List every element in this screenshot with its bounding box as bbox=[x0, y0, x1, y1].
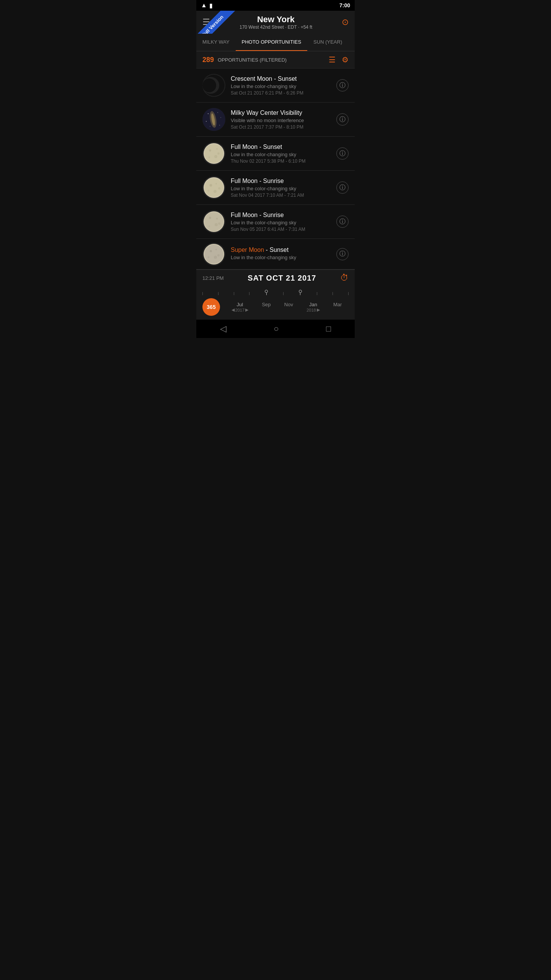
svg-point-9 bbox=[206, 121, 207, 122]
month-label: Nov bbox=[284, 302, 293, 307]
opportunity-title: Full Moon - Sunset bbox=[231, 144, 336, 150]
opportunity-subtitle: Low in the color-changing sky bbox=[231, 83, 336, 89]
thumbnail-full-moon-3 bbox=[202, 210, 225, 233]
tab-photo-opportunities[interactable]: PHOTO OPPORTUNITIES bbox=[236, 34, 308, 51]
info-button[interactable]: ⓘ bbox=[336, 181, 349, 194]
svg-point-24 bbox=[208, 190, 210, 192]
tick bbox=[348, 292, 349, 295]
recents-button[interactable]: □ bbox=[326, 324, 331, 334]
battery-icon: ▮ bbox=[209, 2, 213, 9]
opportunity-title: Super Moon - Sunset bbox=[231, 247, 336, 253]
opportunity-info: Super Moon - Sunset Low in the color-cha… bbox=[231, 247, 336, 261]
settings-button[interactable]: ⚙ bbox=[342, 55, 349, 64]
svg-point-28 bbox=[209, 217, 211, 219]
svg-point-39 bbox=[217, 254, 220, 256]
svg-point-13 bbox=[204, 144, 223, 163]
filter-bar: 289 OPPORTUNITIES (FILTERED) ☰ ⚙ bbox=[196, 51, 355, 69]
timeline-month-mar[interactable]: Mar bbox=[333, 302, 342, 307]
list-item[interactable]: Crescent Moon - Sunset Low in the color-… bbox=[196, 69, 355, 103]
bottom-bar: 12:21 PM SAT OCT 21 2017 ⏱ bbox=[196, 270, 355, 286]
arrow-right: ▶ bbox=[245, 307, 248, 312]
svg-point-14 bbox=[209, 149, 211, 152]
svg-point-8 bbox=[220, 117, 221, 118]
filter-count: 289 bbox=[202, 56, 214, 64]
bottom-date: SAT OCT 21 2017 bbox=[248, 274, 316, 283]
list-item[interactable]: Milky Way Center Visibility Visible with… bbox=[196, 103, 355, 137]
clock-icon[interactable]: ⏱ bbox=[340, 273, 349, 283]
timeline-month-nov[interactable]: Nov bbox=[284, 302, 293, 307]
opportunity-info: Full Moon - Sunset Low in the color-chan… bbox=[231, 144, 336, 164]
tick bbox=[249, 292, 249, 295]
opportunity-subtitle: Low in the color-changing sky bbox=[231, 152, 336, 157]
list-item[interactable]: Super Moon - Sunset Low in the color-cha… bbox=[196, 239, 355, 270]
opportunity-time: Sat Oct 21 2017 6:21 PM - 6:26 PM bbox=[231, 90, 336, 96]
filter-label: OPPORTUNITIES (FILTERED) bbox=[218, 57, 329, 63]
info-button[interactable]: ⓘ bbox=[336, 113, 349, 126]
svg-point-34 bbox=[204, 245, 223, 264]
status-bar: ▲ ▮ 7:00 bbox=[196, 0, 355, 11]
year-text: 2018 bbox=[306, 308, 316, 312]
status-icons: ▲ ▮ bbox=[201, 2, 213, 9]
arrow-right: ▶ bbox=[317, 307, 320, 312]
timeline-indicator bbox=[265, 290, 268, 295]
svg-point-35 bbox=[210, 250, 212, 252]
list-item[interactable]: Full Moon - Sunrise Low in the color-cha… bbox=[196, 171, 355, 205]
info-button[interactable]: ⓘ bbox=[336, 79, 349, 91]
list-item[interactable]: Full Moon - Sunset Low in the color-chan… bbox=[196, 137, 355, 171]
opportunity-info: Full Moon - Sunrise Low in the color-cha… bbox=[231, 212, 336, 232]
info-button[interactable]: ⓘ bbox=[336, 147, 349, 160]
thumbnail-crescent bbox=[202, 74, 225, 97]
year-label: 2018 ▶ bbox=[306, 307, 320, 312]
tick bbox=[234, 292, 234, 295]
svg-point-31 bbox=[209, 225, 210, 227]
timeline-indicator-2 bbox=[299, 290, 302, 295]
svg-point-16 bbox=[214, 155, 217, 158]
svg-point-25 bbox=[218, 187, 220, 189]
opportunity-subtitle: Low in the color-changing sky bbox=[231, 186, 336, 191]
svg-point-21 bbox=[210, 184, 212, 187]
tab-milky-way[interactable]: MILKY WAY bbox=[196, 34, 236, 51]
svg-point-7 bbox=[217, 112, 218, 113]
svg-point-32 bbox=[218, 222, 220, 225]
tab-sun-year[interactable]: SUN (YEAR) bbox=[307, 34, 348, 51]
tick bbox=[333, 292, 333, 295]
tab-extra[interactable]: S bbox=[348, 34, 355, 51]
filter-button[interactable]: ☰ bbox=[329, 55, 336, 64]
opportunity-subtitle: Low in the color-changing sky bbox=[231, 255, 336, 260]
location-icon[interactable]: ⊙ bbox=[342, 17, 349, 27]
timeline-month-jan[interactable]: Jan 2018 ▶ bbox=[306, 302, 320, 312]
svg-point-15 bbox=[216, 148, 218, 150]
super-moon-label: Super Moon bbox=[231, 247, 264, 253]
svg-point-29 bbox=[216, 218, 218, 220]
filter-icons: ☰ ⚙ bbox=[329, 55, 349, 64]
svg-point-37 bbox=[214, 256, 217, 259]
home-button[interactable]: ○ bbox=[274, 324, 279, 334]
days-badge[interactable]: 365 bbox=[202, 298, 220, 316]
list-item[interactable]: Full Moon - Sunrise Low in the color-cha… bbox=[196, 205, 355, 239]
tick bbox=[202, 292, 203, 295]
thumbnail-full-moon-2 bbox=[202, 176, 225, 199]
svg-point-20 bbox=[204, 178, 223, 197]
month-label: Mar bbox=[333, 302, 342, 307]
month-label: Jan bbox=[306, 302, 320, 307]
timeline-month-sep[interactable]: Sep bbox=[262, 302, 271, 307]
menu-button[interactable]: ☰ bbox=[202, 17, 210, 27]
thumbnail-milky-way bbox=[202, 108, 225, 131]
svg-point-22 bbox=[215, 183, 217, 185]
info-button[interactable]: ⓘ bbox=[336, 216, 349, 228]
arrow-left: ◀ bbox=[231, 307, 235, 312]
tick bbox=[317, 292, 317, 295]
svg-point-18 bbox=[217, 152, 220, 155]
bottom-time: 12:21 PM bbox=[202, 275, 224, 281]
nav-bar: ◁ ○ □ bbox=[196, 320, 355, 338]
timeline-month-jul[interactable]: Jul ◀ 2017 ▶ bbox=[231, 302, 248, 312]
header-left: ☰ bbox=[202, 17, 210, 27]
info-button[interactable]: ⓘ bbox=[336, 248, 349, 260]
header: In Full Version ☰ New York 170 West 42nd… bbox=[196, 11, 355, 34]
opportunity-subtitle: Low in the color-changing sky bbox=[231, 220, 336, 225]
svg-point-38 bbox=[208, 256, 210, 258]
svg-point-2 bbox=[202, 78, 216, 92]
back-button[interactable]: ◁ bbox=[220, 324, 227, 334]
svg-point-27 bbox=[204, 212, 223, 231]
svg-point-30 bbox=[215, 223, 218, 226]
